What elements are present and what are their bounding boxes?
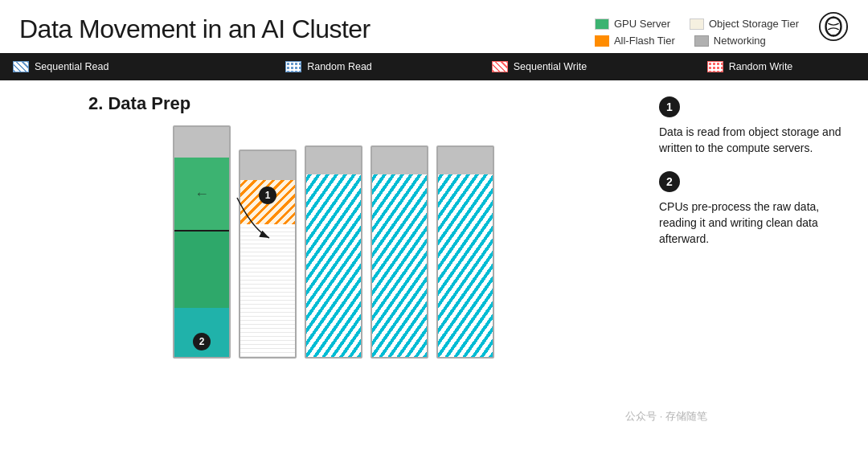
legend-object-storage-icon [690, 18, 704, 30]
legend-row-2: All-Flash Tier Networking [595, 35, 799, 47]
legend-object-storage-label: Object Storage Tier [709, 18, 799, 30]
footer-breadcrumb: Data Ingest → Data Prep → Training → Che… [0, 453, 868, 459]
col-compute-2 [371, 145, 428, 359]
legend-area: GPU Server Object Storage Tier All-Flash… [595, 14, 849, 47]
col-compute-3 [436, 145, 494, 359]
seq-read-label: Sequential Read [35, 61, 108, 72]
seq-write-label: Sequential Write [514, 61, 588, 72]
col2-lined [240, 224, 295, 357]
seq-write-icon [492, 61, 508, 72]
legend-networking-label: Networking [714, 35, 766, 47]
col-compute-1-body-fill [306, 174, 361, 357]
col-compute-1-body [305, 145, 362, 359]
columns-container: ← 2 1 [173, 125, 494, 359]
badge-2: 2 [193, 333, 211, 350]
top-bar: Sequential Read Random Read Sequential W… [0, 53, 868, 80]
col-object-storage: ← 2 [173, 125, 231, 359]
diagram-area: 2. Data Prep ← 2 [24, 88, 643, 453]
col-compute-2-body-fill [372, 174, 427, 357]
badge-1: 1 [259, 186, 276, 204]
legend-gpu-server: GPU Server [595, 18, 670, 30]
col-all-flash-body: 1 [239, 150, 297, 359]
rand-write-label: Random Write [729, 61, 793, 72]
annotation-2-text: CPUs pre-process the raw data, reading i… [659, 199, 844, 248]
rand-write-icon [707, 61, 723, 72]
legend-all-flash: All-Flash Tier [595, 35, 675, 47]
legend-all-flash-icon [595, 35, 609, 47]
legend-row-1: GPU Server Object Storage Tier [595, 18, 799, 30]
legend-networking: Networking [694, 35, 766, 47]
annotation-1-text: Data is read from object storage and wri… [659, 124, 844, 157]
col-object-storage-body: ← 2 [173, 125, 231, 359]
annotation-2-badge: 2 [659, 171, 680, 192]
col2-orange-hatch: 1 [240, 180, 295, 224]
col-compute-2-body [371, 145, 428, 359]
col-all-flash: 1 [239, 150, 297, 359]
annotations: 1 Data is read from object storage and w… [659, 88, 844, 453]
rand-read-icon [285, 61, 301, 72]
col1-cap [174, 127, 229, 158]
company-logo [818, 11, 849, 42]
watermark: 公众号 · 存储随笔 [625, 409, 707, 424]
bar-item-rand-write: Random Write [645, 61, 855, 72]
bar-item-rand-read: Random Read [223, 61, 434, 72]
legend-gpu-server-icon [595, 18, 609, 30]
legend-object-storage: Object Storage Tier [690, 18, 799, 30]
legend-gpu-server-label: GPU Server [614, 18, 670, 30]
seq-read-icon [13, 61, 29, 72]
col-compute-1-cap [306, 147, 361, 174]
col-compute-2-cap [372, 147, 427, 174]
page-title: Data Movement in an AI Cluster [19, 14, 371, 44]
annotation-1-badge: 1 [659, 96, 680, 117]
col-compute-1 [305, 145, 362, 359]
annotation-2: 2 CPUs pre-process the raw data, reading… [659, 171, 844, 248]
col1-green-upper: ← [174, 158, 229, 230]
col1-green-lower [174, 232, 229, 308]
header: Data Movement in an AI Cluster GPU Serve… [0, 0, 868, 53]
col-compute-3-body-fill [438, 174, 493, 357]
bar-item-seq-read: Sequential Read [13, 61, 223, 72]
main-content: 2. Data Prep ← 2 [0, 80, 868, 453]
bar-item-seq-write: Sequential Write [434, 61, 645, 72]
col-compute-3-cap [438, 147, 493, 174]
col2-cap [240, 151, 295, 180]
legend-networking-icon [694, 35, 709, 47]
col1-teal: 2 [174, 308, 229, 357]
legend-all-flash-label: All-Flash Tier [614, 35, 675, 47]
section-title: 2. Data Prep [88, 93, 190, 114]
col-compute-3-body [436, 145, 494, 359]
rand-read-label: Random Read [307, 61, 372, 72]
annotation-1: 1 Data is read from object storage and w… [659, 96, 844, 157]
